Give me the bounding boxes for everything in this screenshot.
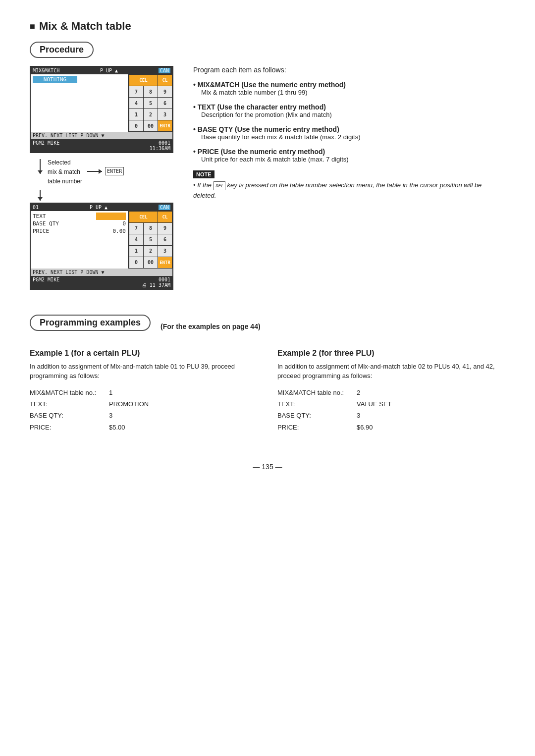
key2-entr[interactable]: ENTR (158, 257, 172, 268)
example1-title: Example 1 (for a certain PLU) (30, 349, 258, 358)
page-number: — 135 — (30, 463, 505, 471)
enter-key: ENTER (105, 167, 124, 175)
key2-00[interactable]: 00 (144, 257, 158, 268)
example2-label3: BASE QTY: (277, 410, 347, 421)
example1-label4: PRICE: (30, 422, 99, 433)
key-cel[interactable]: CEL (129, 75, 158, 86)
examples-layout: Example 1 (for a certain PLU) In additio… (30, 349, 505, 433)
example1-row1: MIX&MATCH table no.: 1 (30, 387, 258, 398)
example1-label3: BASE QTY: (30, 410, 99, 421)
screen1-body: ---NOTHING--- CEL CL 7 8 9 4 5 6 1 2 3 0 (31, 74, 172, 132)
del-key: DEL (214, 181, 225, 190)
screen2-body: TEXT BASE QTY 0 PRICE 0.00 CEL CL (31, 211, 172, 269)
key-1[interactable]: 1 (129, 109, 143, 120)
example2-row2: TEXT: VALUE SET (277, 398, 505, 410)
key2-8[interactable]: 8 (144, 223, 158, 234)
down-arrow-1 (40, 159, 41, 174)
key2-3[interactable]: 3 (158, 246, 172, 257)
key2-4[interactable]: 4 (129, 234, 143, 245)
procedure-layout: MIX&MATCH P UP ▲ CAN ---NOTHING--- CEL C… (30, 66, 505, 295)
key2-9[interactable]: 9 (158, 223, 172, 234)
screen2-footer: PGM2 MIKE 0001 🖨 11 37AM (31, 276, 172, 289)
key2-cel[interactable]: CEL (129, 212, 158, 222)
key-00[interactable]: 00 (144, 120, 158, 131)
bullet-1: • MIX&MATCH (Use the numeric entry metho… (193, 81, 505, 96)
bullet-2: • TEXT (Use the character entry method) … (193, 103, 505, 118)
bullet-4: • PRICE (Use the numeric entry method) U… (193, 148, 505, 163)
key2-cl[interactable]: CL (158, 212, 172, 222)
key-2[interactable]: 2 (144, 109, 158, 120)
example2-col: Example 2 (for three PLU) In addition to… (277, 349, 505, 433)
example2-value3: 3 (357, 410, 360, 421)
screen2-main: TEXT BASE QTY 0 PRICE 0.00 (31, 211, 128, 269)
programming-badge: Programming examples (30, 315, 151, 331)
note-label: NOTE (193, 170, 214, 178)
arrow-label-1: Selected mix & match table number (48, 158, 82, 187)
example1-value2: PROMOTION (109, 398, 149, 410)
procedure-right: Program each item as follows: • MIX&MATC… (193, 66, 505, 295)
bullet-1-desc: Mix & match table number (1 thru 99) (201, 89, 505, 96)
example1-desc: In addition to assignment of Mix-and-mat… (30, 362, 258, 381)
key-3[interactable]: 3 (158, 109, 172, 120)
key2-6[interactable]: 6 (158, 234, 172, 245)
screen1-topbar: MIX&MATCH P UP ▲ CAN (31, 67, 172, 74)
key2-2[interactable]: 2 (144, 246, 158, 257)
section-title: Mix & Match table (30, 20, 505, 33)
example2-row4: PRICE: $6.90 (277, 422, 505, 433)
example1-label2: TEXT: (30, 398, 99, 410)
key-7[interactable]: 7 (129, 86, 143, 97)
screen2-row2: BASE QTY 0 (33, 220, 126, 227)
bullet-4-desc: Unit price for each mix & match table (m… (201, 156, 505, 163)
bullet-2-title: • TEXT (Use the character entry method) (193, 103, 505, 111)
example2-row1: MIX&MATCH table no.: 2 (277, 387, 505, 398)
down-arrow-2 (40, 190, 41, 201)
intro-text: Program each item as follows: (193, 66, 505, 74)
key-9[interactable]: 9 (158, 86, 172, 97)
example2-title: Example 2 (for three PLU) (277, 349, 505, 358)
example1-table: MIX&MATCH table no.: 1 TEXT: PROMOTION B… (30, 387, 258, 433)
bullet-4-title: • PRICE (Use the numeric entry method) (193, 148, 505, 156)
key-4[interactable]: 4 (129, 98, 143, 108)
key-0[interactable]: 0 (129, 120, 143, 131)
note-container: NOTE • If the DEL key is pressed on the … (193, 170, 505, 201)
key-entr[interactable]: ENTR (158, 120, 172, 131)
screen1-main: ---NOTHING--- (31, 74, 128, 132)
example2-table: MIX&MATCH table no.: 2 TEXT: VALUE SET B… (277, 387, 505, 433)
example1-col: Example 1 (for a certain PLU) In additio… (30, 349, 258, 433)
key-8[interactable]: 8 (144, 86, 158, 97)
example1-row4: PRICE: $5.00 (30, 422, 258, 433)
screen2-topbar: 01 P UP ▲ CAN (31, 204, 172, 211)
screen2-nav: PREV. NEXT LIST P DOWN ▼ (31, 269, 172, 276)
key-cl[interactable]: CL (158, 75, 172, 86)
bullet-1-title: • MIX&MATCH (Use the numeric entry metho… (193, 81, 505, 89)
example2-value1: 2 (357, 387, 360, 398)
key2-5[interactable]: 5 (144, 234, 158, 245)
for-examples-text: (For the examples on page 44) (160, 323, 261, 330)
example1-label1: MIX&MATCH table no.: (30, 387, 99, 398)
example2-label2: TEXT: (277, 398, 347, 410)
key2-0[interactable]: 0 (129, 257, 143, 268)
screen1: MIX&MATCH P UP ▲ CAN ---NOTHING--- CEL C… (30, 66, 173, 153)
example2-row3: BASE QTY: 3 (277, 410, 505, 421)
bullet-3: • BASE QTY (Use the numeric entry method… (193, 125, 505, 141)
screen2-row3: PRICE 0.00 (33, 227, 126, 235)
procedure-badge: Procedure (30, 42, 94, 58)
screen2: 01 P UP ▲ CAN TEXT BASE QTY 0 PRICE (30, 203, 173, 290)
screen2-row1: TEXT (33, 213, 126, 220)
right-arrow: ENTER (87, 167, 124, 175)
example2-value2: VALUE SET (357, 398, 392, 410)
example1-value4: $5.00 (109, 422, 125, 433)
screen1-row1: ---NOTHING--- (33, 76, 126, 83)
key2-7[interactable]: 7 (129, 223, 143, 234)
key-6[interactable]: 6 (158, 98, 172, 108)
screen1-footer: PGM2 MIKE 0001 11:36AM (31, 139, 172, 152)
section-title-text: Mix & Match table (39, 20, 131, 33)
example1-row2: TEXT: PROMOTION (30, 398, 258, 410)
down-arrow-2-container (40, 190, 173, 201)
example2-label4: PRICE: (277, 422, 347, 433)
example2-desc: In addition to assignment of Mix-and-mat… (277, 362, 505, 381)
key-5[interactable]: 5 (144, 98, 158, 108)
note-text: • If the DEL key is pressed on the table… (193, 180, 505, 201)
key2-1[interactable]: 1 (129, 246, 143, 257)
example1-value3: 3 (109, 410, 112, 421)
